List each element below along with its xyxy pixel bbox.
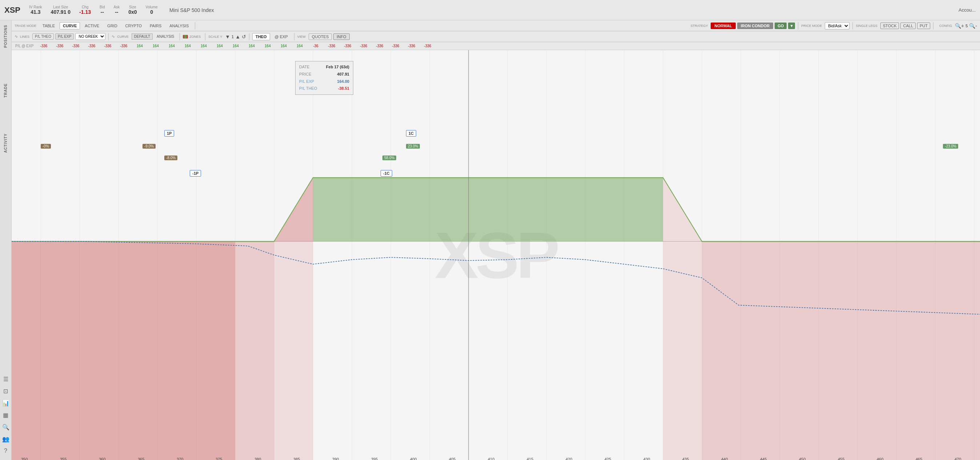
instrument-name: Mini S&P 500 Index [169,7,214,13]
view-info-button[interactable]: INFO [333,33,349,40]
pl-cell-16: 164 [291,44,307,48]
separator7 [205,33,205,40]
pl-exp-button[interactable]: P/L EXP [55,33,74,40]
pl-cell-10: 164 [196,44,212,48]
svg-marker-28 [274,178,313,460]
view-quotes-button[interactable]: QUOTES [309,33,332,40]
zoom-out-button[interactable]: 🔍- [969,23,977,29]
list-icon[interactable]: ☰ [3,376,8,382]
tab-pairs[interactable]: PAIRS [146,22,165,29]
tooltip-pl-theo-value: -38.51 [338,85,349,92]
tooltip-date-row: DATE Feb 17 (63d) [299,63,349,71]
chart-icon[interactable]: 📊 [2,400,10,407]
account-button[interactable]: Accou... [959,7,976,13]
people-icon[interactable]: 👥 [2,436,10,443]
volume-label: Volume [146,5,158,9]
view-section: VIEW QUOTES INFO [298,33,350,40]
x-label-415: 415 [527,457,533,460]
curve-icon: ∿ [111,34,115,39]
pl-cell-12: 164 [228,44,243,48]
x-label-460: 460 [877,457,883,460]
pl-cell-7: 164 [148,44,164,48]
sidebar-bottom-icons: ☰ ⊡ 📊 ▦ 🔍 👥 ? [2,376,10,458]
separator3 [853,22,853,29]
tab-active[interactable]: ACTIVE [81,22,102,29]
search-icon[interactable]: 🔍 [2,424,10,431]
tooltip-price-value: 407.91 [337,71,349,78]
help-icon[interactable]: ? [4,448,7,454]
main-content: TRADE MODE TABLE CURVE ACTIVE GRID CRYPT… [12,21,980,460]
x-label-350: 350 [21,457,28,460]
x-label-435: 435 [682,457,689,460]
x-label-355: 355 [60,457,67,460]
strategy-normal-button[interactable]: NORMAL [711,22,735,29]
price-mode-section: PRICE MODE Bid/Ask Mark Natural [801,22,850,29]
size-value: 0x0 [128,9,137,15]
strategy-iron-condor-button[interactable]: IRON CONDOR [737,22,773,29]
left-sidebar: POSITIONS TRADE ACTIVITY ☰ ⊡ 📊 ▦ 🔍 👥 ? [0,21,12,460]
x-label-440: 440 [721,457,728,460]
pl-cell-20: -336 [355,44,372,48]
curve-default-button[interactable]: DEFAULT [132,33,153,40]
symbol: XSP [4,5,21,15]
iv-rank-value: 41.3 [30,9,40,15]
strategy-go-button[interactable]: GO [775,22,787,29]
pct-badge-left-inner2: -8.0% [164,155,177,160]
leg-1c[interactable]: 1C [406,130,416,136]
grid-icon[interactable]: ▦ [3,412,8,419]
scale-down-button[interactable]: ▼ [225,34,230,40]
chart-area[interactable]: ◀ XSP [12,50,980,460]
pl-row: P/L @ EXP -336 -336 -336 -336 -336 -336 … [12,42,980,50]
tab-crypto[interactable]: CRYPTO [122,22,145,29]
svg-marker-30 [663,178,702,460]
x-label-465: 465 [916,457,922,460]
single-legs-put-button[interactable]: PUT [917,22,930,29]
scale-y-value: 1 [232,35,234,39]
iv-rank-label: IV Rank [29,5,42,9]
pl-cell-15: 164 [275,44,291,48]
ask-stat: Ask -- [113,5,119,15]
x-label-395: 395 [371,457,378,460]
theo-button[interactable]: THEO [252,33,270,40]
tab-analysis[interactable]: ANALYSIS [166,22,192,29]
x-label-365: 365 [138,457,144,460]
tooltip-date-value: Feb 17 (63d) [326,63,349,71]
price-mode-label: PRICE MODE [801,24,822,28]
pl-theo-button[interactable]: P/L THEO [32,33,54,40]
scale-up-button[interactable]: ▲ [235,34,240,40]
sidebar-tab-activity[interactable]: ACTIVITY [2,130,9,156]
price-mode-dropdown[interactable]: Bid/Ask Mark Natural [825,22,850,29]
leg-1p[interactable]: 1P [164,130,174,136]
at-exp-button[interactable]: @ EXP [272,33,291,40]
volume-stat: Volume 0 [146,5,158,15]
separator5 [108,33,109,40]
tooltip-price-label: PRICE [299,71,312,78]
curve-analysis-button[interactable]: ANALYSIS [154,33,177,40]
tab-curve[interactable]: CURVE [60,22,80,29]
single-legs-stock-button[interactable]: STOCK [880,22,899,29]
strategy-dropdown-button[interactable]: ▼ [788,22,795,29]
tab-table[interactable]: TABLE [39,22,58,29]
sidebar-tab-positions[interactable]: POSITIONS [2,22,9,51]
pct-badge-right-inner2: 58.0% [382,155,396,160]
zoom-in-button[interactable]: 🔍+ [955,23,964,29]
sidebar-tab-trade[interactable]: TRADE [2,80,9,100]
svg-marker-31 [702,241,980,460]
tab-grid[interactable]: GRID [104,22,121,29]
pl-cell-23: -336 [404,44,420,48]
no-greek-dropdown[interactable]: NO GREEK DELTA GAMMA [75,33,105,40]
leg-neg1c[interactable]: -1C [380,170,392,177]
lines-icon: ∿ [14,34,18,39]
lines-section: ∿ LINES P/L THEO P/L EXP NO GREEK DELTA … [14,33,105,40]
single-legs-call-button[interactable]: CALL [900,22,916,29]
scale-reset-button[interactable]: ↺ [242,34,246,40]
curve-label: CURVE [117,35,128,38]
bar-row2: ∿ LINES P/L THEO P/L EXP NO GREEK DELTA … [12,31,980,42]
pl-cell-9: 164 [180,44,196,48]
leg-neg1p[interactable]: -1P [190,170,201,177]
zoom-level: 5 [966,24,968,28]
bid-value: -- [101,9,104,15]
x-label-410: 410 [488,457,494,460]
pl-row-label: P/L @ EXP [13,44,36,48]
layout-icon[interactable]: ⊡ [3,388,8,395]
